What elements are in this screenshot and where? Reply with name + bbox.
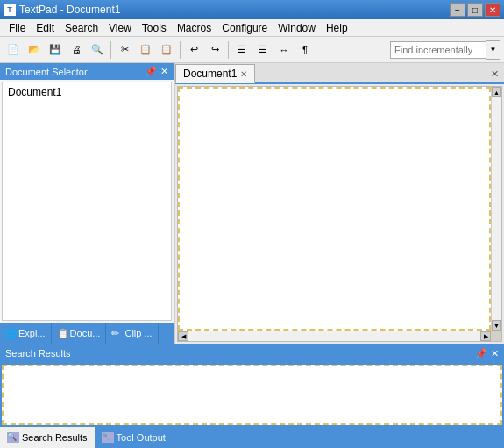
document-selector-header: Document Selector 📌 ✕ xyxy=(0,63,174,80)
explorer-icon: 🌐 xyxy=(5,328,16,338)
tool-output-tab-icon: 🔧 xyxy=(102,432,114,443)
search-results-tab[interactable]: 🔍 Search Results xyxy=(0,427,95,448)
scroll-left-button[interactable]: ◀ xyxy=(178,331,188,341)
search-results-panel: Search Results 📌 ✕ xyxy=(0,344,504,427)
title-bar-left: T TextPad - Document1 xyxy=(4,4,120,16)
save-button[interactable]: 💾 xyxy=(46,40,65,60)
print-button[interactable]: 🖨 xyxy=(67,40,86,60)
document-selector-panel: Document Selector 📌 ✕ Document1 🌐 Expl..… xyxy=(0,63,175,344)
tool-output-tab-label: Tool Output xyxy=(117,432,166,443)
bottom-tab-bar: 🔍 Search Results 🔧 Tool Output xyxy=(0,427,504,448)
documents-tab[interactable]: 📋 Docu... xyxy=(52,323,107,344)
new-button[interactable]: 📄 xyxy=(4,40,23,60)
indent-button[interactable]: ↔ xyxy=(274,40,294,60)
paragraph-button[interactable]: ¶ xyxy=(295,40,315,60)
redo-button[interactable]: ↪ xyxy=(205,40,224,60)
menu-item-configure[interactable]: Configure xyxy=(217,20,273,36)
editor-tab-document1[interactable]: Document1 ✕ xyxy=(175,64,255,83)
doc-selector-pin-icon[interactable]: 📌 xyxy=(145,66,157,77)
main-area: Document Selector 📌 ✕ Document1 🌐 Expl..… xyxy=(0,63,504,344)
doc-selector-close-icon[interactable]: ✕ xyxy=(160,66,168,77)
cut-button[interactable]: ✂ xyxy=(115,40,134,60)
search-results-header-icons: 📌 ✕ xyxy=(475,348,499,359)
find-button[interactable]: 🔍 xyxy=(88,40,107,60)
tool-output-tab[interactable]: 🔧 Tool Output xyxy=(95,427,173,448)
search-results-tab-label: Search Results xyxy=(22,432,88,443)
editor-content-area[interactable]: ▲ ▼ ◀ ▶ xyxy=(177,86,502,342)
document-selector-tabs: 🌐 Expl... 📋 Docu... ✏ Clip ... xyxy=(0,323,174,344)
documents-icon: 📋 xyxy=(57,328,67,338)
documents-tab-label: Docu... xyxy=(70,328,101,338)
search-results-title: Search Results xyxy=(5,348,71,359)
copy-button[interactable]: 📋 xyxy=(136,40,155,60)
editor-tabs: Document1 ✕ ✕ xyxy=(175,63,504,84)
editor-panel: Document1 ✕ ✕ ▲ ▼ ◀ ▶ xyxy=(175,63,504,344)
clipboard-tab[interactable]: ✏ Clip ... xyxy=(106,323,158,344)
explorer-tab[interactable]: 🌐 Expl... xyxy=(0,323,52,344)
editor-tab-close-icon[interactable]: ✕ xyxy=(240,69,247,79)
minimize-button[interactable]: − xyxy=(450,3,465,17)
document-list: Document1 xyxy=(2,82,172,321)
app-icon: T xyxy=(4,4,16,16)
search-results-close-icon[interactable]: ✕ xyxy=(491,348,499,359)
editor-horizontal-scrollbar[interactable]: ◀ ▶ xyxy=(178,331,491,341)
menu-item-file[interactable]: File xyxy=(4,20,31,36)
undo-button[interactable]: ↩ xyxy=(184,40,203,60)
menu-item-macros[interactable]: Macros xyxy=(172,20,217,36)
clipboard-tab-label: Clip ... xyxy=(124,328,152,338)
menu-bar: FileEditSearchViewToolsMacrosConfigureWi… xyxy=(0,19,504,37)
search-results-tab-icon: 🔍 xyxy=(7,432,19,443)
paste-button[interactable]: 📋 xyxy=(157,40,176,60)
toolbar-separator-1 xyxy=(110,41,111,59)
editor-vertical-scrollbar[interactable]: ▲ ▼ xyxy=(491,87,501,331)
menu-item-view[interactable]: View xyxy=(103,20,137,36)
document-selector-title: Document Selector xyxy=(5,67,88,77)
title-bar: T TextPad - Document1 − □ ✕ xyxy=(0,0,504,19)
search-results-content xyxy=(2,365,502,425)
title-buttons: − □ ✕ xyxy=(450,3,500,17)
toolbar: 📄 📂 💾 🖨 🔍 ✂ 📋 📋 ↩ ↪ ☰ ☰ ↔ ¶ ▼ xyxy=(0,37,504,63)
doc-list-item[interactable]: Document1 xyxy=(4,84,169,100)
menu-item-tools[interactable]: Tools xyxy=(137,20,172,36)
find-input-wrap: ▼ xyxy=(390,40,500,60)
close-button[interactable]: ✕ xyxy=(485,3,500,17)
align-right-button[interactable]: ☰ xyxy=(253,40,273,60)
toolbar-separator-2 xyxy=(180,41,181,59)
search-results-pin-icon[interactable]: 📌 xyxy=(475,348,487,359)
menu-item-search[interactable]: Search xyxy=(60,20,103,36)
editor-tab-label: Document1 xyxy=(183,68,237,80)
editor-text-area[interactable] xyxy=(178,87,491,331)
editor-scrollbar-corner xyxy=(491,331,501,341)
menu-item-edit[interactable]: Edit xyxy=(31,20,60,36)
scroll-right-button[interactable]: ▶ xyxy=(480,331,491,341)
scroll-up-button[interactable]: ▲ xyxy=(492,87,501,97)
editor-panel-close-icon[interactable]: ✕ xyxy=(486,66,504,82)
find-arrow-button[interactable]: ▼ xyxy=(486,40,500,60)
toolbar-separator-3 xyxy=(228,41,229,59)
document-selector-header-icons: 📌 ✕ xyxy=(145,66,168,77)
find-incremental-input[interactable] xyxy=(390,41,486,59)
scroll-down-button[interactable]: ▼ xyxy=(492,320,501,331)
maximize-button[interactable]: □ xyxy=(467,3,483,17)
explorer-tab-label: Expl... xyxy=(18,328,46,338)
open-button[interactable]: 📂 xyxy=(25,40,44,60)
menu-item-window[interactable]: Window xyxy=(273,20,321,36)
align-left-button[interactable]: ☰ xyxy=(232,40,252,60)
search-results-header: Search Results 📌 ✕ xyxy=(0,344,504,363)
clipboard-icon: ✏ xyxy=(111,328,122,338)
menu-item-help[interactable]: Help xyxy=(321,20,353,36)
title-text: TextPad - Document1 xyxy=(19,4,120,16)
